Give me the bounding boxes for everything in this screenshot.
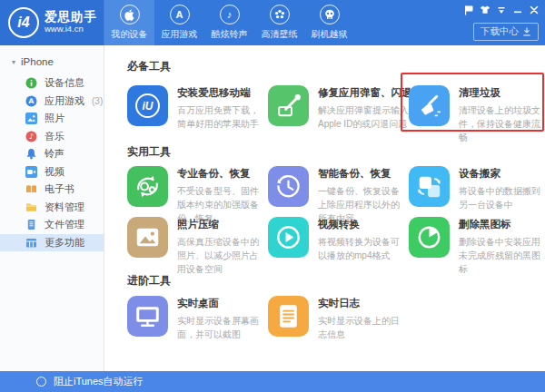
- tab-apps-games[interactable]: A 应用游戏: [154, 0, 204, 45]
- sidebar-item-label: 文件管理: [45, 218, 84, 231]
- card-desc: 清理设备上的垃圾文件，保持设备健康流畅: [459, 103, 545, 144]
- sidebar-menu: 设备信息 A 应用游戏 (3) 照片 ♪ 音乐 铃声 视频: [0, 74, 104, 251]
- i4-app-icon: iU: [127, 85, 168, 126]
- sidebar: ▾ iPhone 设备信息 A 应用游戏 (3) 照片 ♪ 音乐: [0, 45, 104, 371]
- sidebar-item-photos[interactable]: 照片: [0, 110, 104, 128]
- message-icon[interactable]: [462, 4, 474, 15]
- sidebar-item-music[interactable]: ♪ 音乐: [0, 128, 104, 146]
- menu-caret-icon[interactable]: [495, 4, 507, 15]
- tab-ringtones[interactable]: ♪ 酷炫铃声: [204, 0, 254, 45]
- card-title: 删除黑图标: [459, 218, 545, 231]
- bell-icon: [25, 148, 37, 160]
- section-title-essential: 必备工具: [127, 59, 171, 74]
- music-icon: ♪: [25, 131, 37, 142]
- time-machine-icon: [268, 166, 309, 207]
- sidebar-item-label: 资料管理: [45, 201, 84, 214]
- card-desc: 实时显示设备上的日志信息: [318, 314, 406, 341]
- folder-icon: [25, 201, 37, 213]
- section-title-advanced: 进阶工具: [127, 273, 171, 289]
- tab-label: 酷炫铃声: [212, 28, 248, 41]
- card-video-convert[interactable]: 视频转换 将视频转换为设备可以播放的mp4格式: [268, 217, 406, 262]
- backup-gears-icon: [127, 166, 168, 207]
- tab-label: 刷机越狱: [312, 28, 348, 41]
- card-title: 修复应用弹窗、闪退: [318, 86, 409, 100]
- appstore-icon: A: [170, 5, 190, 24]
- brand-url: www.i4.cn: [45, 24, 97, 34]
- tab-jailbreak[interactable]: 刷机越狱: [304, 0, 354, 45]
- card-install-i4-mobile[interactable]: iU 安装爱思移动端 百万应用免费下载，简单好用的苹果助手: [127, 85, 265, 131]
- svg-text:♪: ♪: [29, 132, 34, 141]
- apple-icon: [120, 5, 140, 24]
- topbar: i4 爱思助手 www.i4.cn 我的设备 A 应用游戏 ♪ 酷炫铃声: [0, 0, 545, 45]
- card-photo-compress[interactable]: 照片压缩 高保真压缩设备中的照片、以减少照片占用设备空间: [127, 217, 265, 276]
- close-icon[interactable]: [528, 4, 540, 15]
- card-title: 照片压缩: [177, 218, 265, 231]
- section-title-practical: 实用工具: [127, 144, 171, 160]
- card-device-migration[interactable]: 设备搬家 将设备中的数据搬到另一台设备中: [409, 166, 545, 211]
- card-clean-junk[interactable]: 清理垃圾 清理设备上的垃圾文件，保持设备健康流畅: [409, 85, 545, 144]
- music-note-icon: ♪: [220, 5, 240, 24]
- tab-wallpapers[interactable]: 高清壁纸: [254, 0, 304, 45]
- broom-icon: [409, 85, 450, 126]
- sidebar-item-ebooks[interactable]: 电子书: [0, 181, 104, 199]
- card-fix-popup-crash[interactable]: 修复应用弹窗、闪退 解决应用弹窗提示输入Apple ID的或闪退问题: [268, 85, 406, 131]
- card-desc: 实时显示设备屏幕画面，并可以截图: [177, 314, 265, 341]
- photo-icon: [25, 113, 37, 124]
- tab-label: 应用游戏: [162, 28, 198, 41]
- app-logo: i4 爱思助手 www.i4.cn: [0, 0, 104, 45]
- tab-label: 我的设备: [112, 28, 148, 41]
- book-icon: [25, 183, 37, 195]
- card-realtime-log[interactable]: 实时日志 实时显示设备上的日志信息: [268, 296, 406, 341]
- sidebar-item-label: 照片: [45, 112, 64, 125]
- sidebar-item-label: 视频: [45, 165, 64, 179]
- card-desc: 百万应用免费下载，简单好用的苹果助手: [177, 103, 265, 131]
- sidebar-item-label: 电子书: [45, 182, 74, 196]
- download-center-label: 下载中心: [481, 25, 519, 38]
- card-desc: 高保真压缩设备中的照片、以减少照片占用设备空间: [177, 235, 265, 276]
- card-title: 实时桌面: [177, 297, 265, 310]
- app-window: i4 爱思助手 www.i4.cn 我的设备 A 应用游戏 ♪ 酷炫铃声: [0, 0, 545, 392]
- card-title: 安装爱思移动端: [177, 86, 265, 100]
- itunes-block-label: 阻止iTunes自动运行: [54, 375, 144, 388]
- sidebar-item-label: 音乐: [45, 130, 64, 143]
- theme-shirt-icon[interactable]: [479, 4, 490, 15]
- sidebar-item-more-features[interactable]: 更多功能: [0, 234, 104, 252]
- sidebar-item-device-info[interactable]: 设备信息: [0, 74, 104, 93]
- video-icon: [25, 166, 37, 178]
- i4-logo-icon: i4: [8, 7, 39, 38]
- appstore-icon: A: [25, 95, 37, 107]
- sidebar-item-label: 更多功能: [45, 236, 84, 250]
- sidebar-item-apps-games[interactable]: A 应用游戏 (3): [0, 93, 104, 111]
- itunes-block-toggle[interactable]: [36, 377, 46, 387]
- sidebar-item-data-management[interactable]: 资料管理: [0, 199, 104, 217]
- repair-icon: [268, 85, 309, 126]
- sidebar-item-file-management[interactable]: 文件管理: [0, 216, 104, 234]
- card-realtime-desktop[interactable]: 实时桌面 实时显示设备屏幕画面，并可以截图: [127, 296, 265, 341]
- download-center-button[interactable]: 下载中心: [473, 23, 539, 41]
- play-circle-icon: [268, 217, 309, 258]
- chevron-down-icon: ▾: [12, 58, 15, 66]
- card-delete-black-icons[interactable]: 删除黑图标 删除设备中安装应用未完成所残留的黑图标: [409, 217, 545, 276]
- sidebar-item-ringtones[interactable]: 铃声: [0, 145, 104, 163]
- log-file-icon: [268, 296, 309, 337]
- tab-my-devices[interactable]: 我的设备: [104, 0, 154, 45]
- pie-circle-icon: [409, 217, 450, 258]
- sidebar-item-videos[interactable]: 视频: [0, 163, 104, 181]
- card-desc: 删除设备中安装应用未完成所残留的黑图标: [459, 235, 545, 276]
- svg-text:A: A: [29, 97, 35, 105]
- device-group-header[interactable]: ▾ iPhone: [0, 45, 104, 74]
- app-count-badge: (3): [92, 96, 103, 106]
- main-nav: 我的设备 A 应用游戏 ♪ 酷炫铃声 高清壁纸 刷机越狱: [104, 0, 354, 45]
- grid-icon: [25, 237, 37, 249]
- card-title: 实时日志: [318, 297, 406, 310]
- sidebar-item-label: 铃声: [45, 147, 64, 161]
- card-desc: 解决应用弹窗提示输入Apple ID的或闪退问题: [318, 103, 409, 131]
- card-desc: 将视频转换为设备可以播放的mp4格式: [318, 235, 406, 262]
- info-icon: [25, 77, 37, 89]
- window-controls: [462, 4, 540, 15]
- card-title: 设备搬家: [459, 167, 545, 181]
- minimize-icon[interactable]: [511, 4, 523, 15]
- flower-icon: [270, 5, 290, 24]
- tools-panel: 必备工具 iU 安装爱思移动端 百万应用免费下载，简单好用的苹果助手 修复应用弹…: [104, 45, 545, 371]
- sidebar-item-label: 应用游戏: [45, 94, 84, 108]
